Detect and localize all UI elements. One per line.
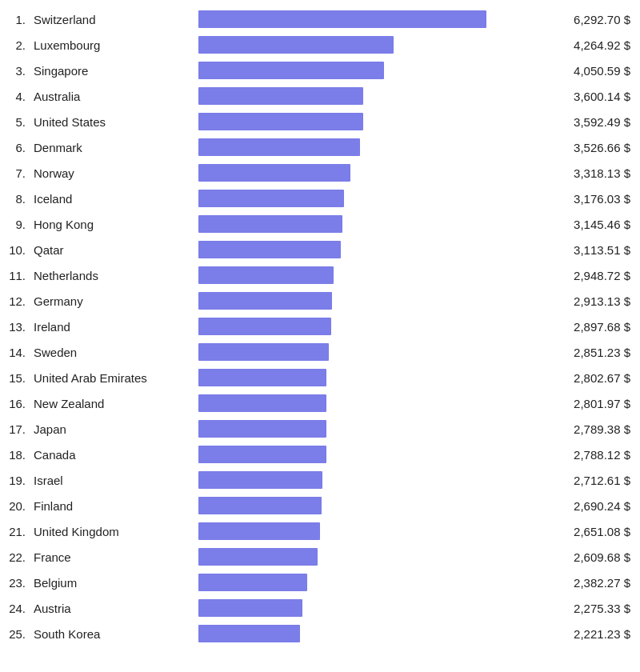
country-label: Austria [30,602,198,615]
bar-area [198,87,552,105]
bar-area [198,343,552,361]
bar-area [198,471,552,489]
table-row: 7. Norway 3,318.13 $ [0,160,640,186]
rank-label: 6. [0,141,30,154]
value-label: 4,264.92 $ [552,38,640,52]
country-label: Canada [30,448,198,462]
table-row: 20. Finland 2,690.24 $ [0,493,640,518]
table-row: 11. Netherlands 2,948.72 $ [0,262,640,288]
rank-label: 7. [0,166,30,180]
bar-area [198,62,552,79]
value-label: 2,948.72 $ [552,269,640,282]
bar-area [198,292,552,310]
rank-label: 13. [0,320,30,334]
table-row: 4. Australia 3,600.14 $ [0,83,640,109]
country-label: New Zealand [30,397,198,410]
bar-area [198,446,552,463]
value-label: 3,176.03 $ [552,192,640,206]
bar-area [198,190,552,207]
rank-label: 14. [0,346,30,359]
bar [198,318,331,335]
bar [198,241,341,258]
bar-area [198,369,552,386]
table-row: 18. Canada 2,788.12 $ [0,442,640,467]
bar [198,36,394,54]
rank-label: 24. [0,602,30,615]
rank-label: 19. [0,474,30,487]
table-row: 10. Qatar 3,113.51 $ [0,237,640,262]
rank-label: 5. [0,115,30,129]
bar [198,138,360,156]
rank-label: 21. [0,525,30,538]
bar [198,574,307,591]
table-row: 25. South Korea 2,221.23 $ [0,621,640,646]
rank-label: 8. [0,192,30,206]
value-label: 6,292.70 $ [552,13,640,26]
country-label: France [30,550,198,564]
value-label: 2,221.23 $ [552,627,640,641]
country-label: Japan [30,422,198,436]
value-label: 2,651.08 $ [552,525,640,538]
rank-label: 1. [0,13,30,26]
rank-label: 15. [0,371,30,385]
bar [198,625,300,642]
table-row: 3. Singapore 4,050.59 $ [0,58,640,83]
bar [198,113,363,130]
country-label: United Kingdom [30,525,198,538]
bar [198,548,318,566]
bar-area [198,36,552,54]
chart-container: 1. Switzerland 6,292.70 $ 2. Luxembourg … [0,6,640,646]
country-label: Belgium [30,576,198,590]
table-row: 17. Japan 2,789.38 $ [0,416,640,442]
country-label: Netherlands [30,269,198,282]
value-label: 3,318.13 $ [552,166,640,180]
bar-area [198,318,552,335]
value-label: 3,592.49 $ [552,115,640,129]
table-row: 23. Belgium 2,382.27 $ [0,570,640,595]
table-row: 2. Luxembourg 4,264.92 $ [0,32,640,58]
rank-label: 22. [0,550,30,564]
bar-area [198,138,552,156]
bar [198,420,326,438]
bar [198,10,486,28]
rank-label: 4. [0,90,30,103]
value-label: 2,788.12 $ [552,448,640,462]
value-label: 3,600.14 $ [552,90,640,103]
bar [198,62,384,79]
bar-area [198,215,552,233]
table-row: 6. Denmark 3,526.66 $ [0,134,640,160]
value-label: 2,897.68 $ [552,320,640,334]
table-row: 8. Iceland 3,176.03 $ [0,186,640,211]
bar-area [198,522,552,540]
table-row: 13. Ireland 2,897.68 $ [0,314,640,339]
country-label: Germany [30,294,198,308]
table-row: 12. Germany 2,913.13 $ [0,288,640,314]
value-label: 2,851.23 $ [552,346,640,359]
value-label: 2,609.68 $ [552,550,640,564]
value-label: 2,801.97 $ [552,397,640,410]
rank-label: 23. [0,576,30,590]
bar-area [198,394,552,412]
country-label: South Korea [30,627,198,641]
bar-area [198,266,552,284]
table-row: 9. Hong Kong 3,145.46 $ [0,211,640,237]
bar-area [198,10,552,28]
country-label: United Arab Emirates [30,371,198,385]
country-label: Israel [30,474,198,487]
bar [198,190,344,207]
bar-area [198,420,552,438]
value-label: 2,382.27 $ [552,576,640,590]
rank-label: 9. [0,218,30,231]
rank-label: 16. [0,397,30,410]
bar-area [198,497,552,514]
bar [198,446,326,463]
rank-label: 3. [0,64,30,78]
bar [198,266,334,284]
bar [198,87,363,105]
table-row: 5. United States 3,592.49 $ [0,109,640,134]
table-row: 16. New Zealand 2,801.97 $ [0,390,640,416]
country-label: Singapore [30,64,198,78]
country-label: Switzerland [30,13,198,26]
rank-label: 2. [0,38,30,52]
value-label: 3,113.51 $ [552,243,640,257]
